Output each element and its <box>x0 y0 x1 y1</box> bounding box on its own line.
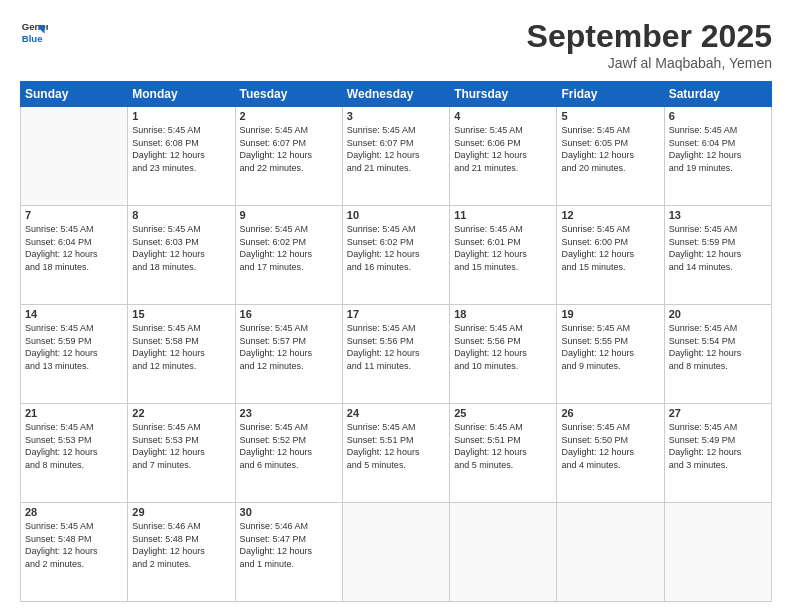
day-number: 14 <box>25 308 123 320</box>
table-cell: 13Sunrise: 5:45 AMSunset: 5:59 PMDayligh… <box>664 206 771 305</box>
table-cell: 30Sunrise: 5:46 AMSunset: 5:47 PMDayligh… <box>235 503 342 602</box>
day-number: 9 <box>240 209 338 221</box>
week-row-4: 21Sunrise: 5:45 AMSunset: 5:53 PMDayligh… <box>21 404 772 503</box>
day-number: 19 <box>561 308 659 320</box>
table-cell: 21Sunrise: 5:45 AMSunset: 5:53 PMDayligh… <box>21 404 128 503</box>
table-cell: 20Sunrise: 5:45 AMSunset: 5:54 PMDayligh… <box>664 305 771 404</box>
logo-icon: General Blue <box>20 18 48 46</box>
day-number: 18 <box>454 308 552 320</box>
calendar-page: General Blue September 2025 Jawf al Maqb… <box>0 0 792 612</box>
cell-content: Sunrise: 5:45 AMSunset: 6:05 PMDaylight:… <box>561 124 659 174</box>
col-sunday: Sunday <box>21 82 128 107</box>
table-cell: 23Sunrise: 5:45 AMSunset: 5:52 PMDayligh… <box>235 404 342 503</box>
cell-content: Sunrise: 5:45 AMSunset: 6:08 PMDaylight:… <box>132 124 230 174</box>
day-number: 13 <box>669 209 767 221</box>
cell-content: Sunrise: 5:45 AMSunset: 5:48 PMDaylight:… <box>25 520 123 570</box>
cell-content: Sunrise: 5:45 AMSunset: 5:53 PMDaylight:… <box>25 421 123 471</box>
col-wednesday: Wednesday <box>342 82 449 107</box>
day-number: 17 <box>347 308 445 320</box>
cell-content: Sunrise: 5:45 AMSunset: 5:51 PMDaylight:… <box>454 421 552 471</box>
cell-content: Sunrise: 5:45 AMSunset: 5:54 PMDaylight:… <box>669 322 767 372</box>
day-number: 11 <box>454 209 552 221</box>
cell-content: Sunrise: 5:45 AMSunset: 5:53 PMDaylight:… <box>132 421 230 471</box>
cell-content: Sunrise: 5:45 AMSunset: 6:01 PMDaylight:… <box>454 223 552 273</box>
table-cell: 9Sunrise: 5:45 AMSunset: 6:02 PMDaylight… <box>235 206 342 305</box>
logo: General Blue <box>20 18 48 46</box>
day-number: 2 <box>240 110 338 122</box>
col-tuesday: Tuesday <box>235 82 342 107</box>
table-cell: 14Sunrise: 5:45 AMSunset: 5:59 PMDayligh… <box>21 305 128 404</box>
table-cell: 3Sunrise: 5:45 AMSunset: 6:07 PMDaylight… <box>342 107 449 206</box>
day-number: 6 <box>669 110 767 122</box>
cell-content: Sunrise: 5:45 AMSunset: 6:02 PMDaylight:… <box>240 223 338 273</box>
table-cell: 29Sunrise: 5:46 AMSunset: 5:48 PMDayligh… <box>128 503 235 602</box>
day-number: 16 <box>240 308 338 320</box>
cell-content: Sunrise: 5:45 AMSunset: 5:49 PMDaylight:… <box>669 421 767 471</box>
week-row-2: 7Sunrise: 5:45 AMSunset: 6:04 PMDaylight… <box>21 206 772 305</box>
table-cell: 17Sunrise: 5:45 AMSunset: 5:56 PMDayligh… <box>342 305 449 404</box>
day-number: 4 <box>454 110 552 122</box>
table-cell: 7Sunrise: 5:45 AMSunset: 6:04 PMDaylight… <box>21 206 128 305</box>
cell-content: Sunrise: 5:45 AMSunset: 5:55 PMDaylight:… <box>561 322 659 372</box>
day-number: 8 <box>132 209 230 221</box>
week-row-1: 1Sunrise: 5:45 AMSunset: 6:08 PMDaylight… <box>21 107 772 206</box>
cell-content: Sunrise: 5:45 AMSunset: 5:50 PMDaylight:… <box>561 421 659 471</box>
col-monday: Monday <box>128 82 235 107</box>
table-cell: 15Sunrise: 5:45 AMSunset: 5:58 PMDayligh… <box>128 305 235 404</box>
header-row: Sunday Monday Tuesday Wednesday Thursday… <box>21 82 772 107</box>
day-number: 10 <box>347 209 445 221</box>
day-number: 21 <box>25 407 123 419</box>
table-cell: 28Sunrise: 5:45 AMSunset: 5:48 PMDayligh… <box>21 503 128 602</box>
table-cell: 10Sunrise: 5:45 AMSunset: 6:02 PMDayligh… <box>342 206 449 305</box>
table-cell: 22Sunrise: 5:45 AMSunset: 5:53 PMDayligh… <box>128 404 235 503</box>
table-cell: 11Sunrise: 5:45 AMSunset: 6:01 PMDayligh… <box>450 206 557 305</box>
day-number: 3 <box>347 110 445 122</box>
title-block: September 2025 Jawf al Maqbabah, Yemen <box>527 18 772 71</box>
cell-content: Sunrise: 5:46 AMSunset: 5:47 PMDaylight:… <box>240 520 338 570</box>
cell-content: Sunrise: 5:45 AMSunset: 6:04 PMDaylight:… <box>669 124 767 174</box>
table-cell: 27Sunrise: 5:45 AMSunset: 5:49 PMDayligh… <box>664 404 771 503</box>
day-number: 28 <box>25 506 123 518</box>
cell-content: Sunrise: 5:45 AMSunset: 6:07 PMDaylight:… <box>240 124 338 174</box>
cell-content: Sunrise: 5:45 AMSunset: 5:57 PMDaylight:… <box>240 322 338 372</box>
day-number: 27 <box>669 407 767 419</box>
cell-content: Sunrise: 5:45 AMSunset: 5:52 PMDaylight:… <box>240 421 338 471</box>
cell-content: Sunrise: 5:45 AMSunset: 6:06 PMDaylight:… <box>454 124 552 174</box>
table-cell: 12Sunrise: 5:45 AMSunset: 6:00 PMDayligh… <box>557 206 664 305</box>
cell-content: Sunrise: 5:45 AMSunset: 5:59 PMDaylight:… <box>25 322 123 372</box>
cell-content: Sunrise: 5:45 AMSunset: 5:58 PMDaylight:… <box>132 322 230 372</box>
cell-content: Sunrise: 5:45 AMSunset: 5:56 PMDaylight:… <box>347 322 445 372</box>
table-cell <box>342 503 449 602</box>
cell-content: Sunrise: 5:45 AMSunset: 6:03 PMDaylight:… <box>132 223 230 273</box>
month-title: September 2025 <box>527 18 772 55</box>
location: Jawf al Maqbabah, Yemen <box>527 55 772 71</box>
cell-content: Sunrise: 5:45 AMSunset: 6:02 PMDaylight:… <box>347 223 445 273</box>
svg-text:Blue: Blue <box>22 33 43 44</box>
col-friday: Friday <box>557 82 664 107</box>
col-thursday: Thursday <box>450 82 557 107</box>
table-cell <box>557 503 664 602</box>
table-cell: 1Sunrise: 5:45 AMSunset: 6:08 PMDaylight… <box>128 107 235 206</box>
week-row-3: 14Sunrise: 5:45 AMSunset: 5:59 PMDayligh… <box>21 305 772 404</box>
table-cell <box>664 503 771 602</box>
table-cell: 18Sunrise: 5:45 AMSunset: 5:56 PMDayligh… <box>450 305 557 404</box>
table-cell: 24Sunrise: 5:45 AMSunset: 5:51 PMDayligh… <box>342 404 449 503</box>
table-cell <box>450 503 557 602</box>
day-number: 1 <box>132 110 230 122</box>
day-number: 22 <box>132 407 230 419</box>
table-cell: 19Sunrise: 5:45 AMSunset: 5:55 PMDayligh… <box>557 305 664 404</box>
cell-content: Sunrise: 5:45 AMSunset: 5:51 PMDaylight:… <box>347 421 445 471</box>
day-number: 24 <box>347 407 445 419</box>
calendar-table: Sunday Monday Tuesday Wednesday Thursday… <box>20 81 772 602</box>
day-number: 12 <box>561 209 659 221</box>
day-number: 23 <box>240 407 338 419</box>
header: General Blue September 2025 Jawf al Maqb… <box>20 18 772 71</box>
table-cell: 8Sunrise: 5:45 AMSunset: 6:03 PMDaylight… <box>128 206 235 305</box>
cell-content: Sunrise: 5:45 AMSunset: 5:56 PMDaylight:… <box>454 322 552 372</box>
table-cell: 6Sunrise: 5:45 AMSunset: 6:04 PMDaylight… <box>664 107 771 206</box>
day-number: 20 <box>669 308 767 320</box>
cell-content: Sunrise: 5:46 AMSunset: 5:48 PMDaylight:… <box>132 520 230 570</box>
day-number: 5 <box>561 110 659 122</box>
day-number: 25 <box>454 407 552 419</box>
table-cell: 2Sunrise: 5:45 AMSunset: 6:07 PMDaylight… <box>235 107 342 206</box>
